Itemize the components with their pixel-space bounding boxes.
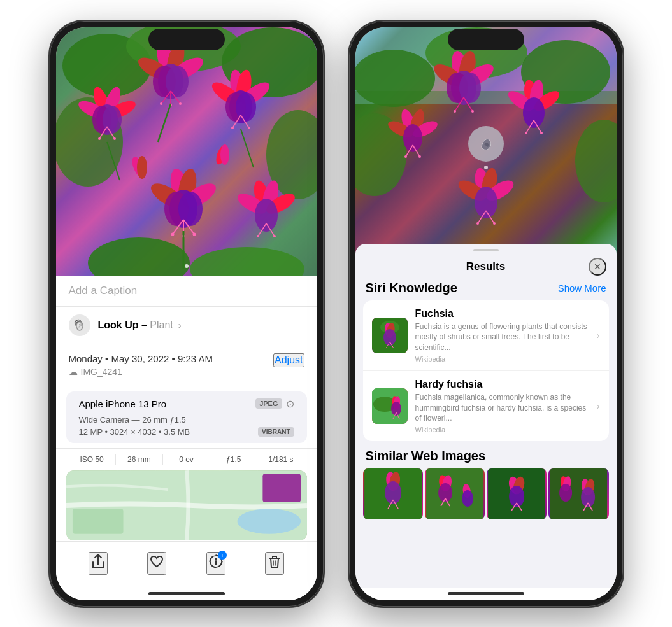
siri-knowledge-section-header: Siri Knowledge Show More [363,281,609,295]
svg-point-153 [438,483,452,502]
photo-filename: ☁ IMG_4241 [69,367,213,377]
svg-point-124 [475,187,497,218]
share-button[interactable] [89,552,108,575]
info-button[interactable]: i [206,552,225,575]
fuchsia-chevron: › [597,330,600,341]
web-image-2[interactable] [425,468,485,519]
lookup-icon [69,314,90,336]
exif-shutter: 1/181 s [257,454,304,465]
show-more-button[interactable]: Show More [558,283,606,293]
device-badges: JPEG ⊙ [255,398,294,410]
caption-field[interactable]: Add a Caption [56,276,317,307]
caption-placeholder: Add a Caption [69,285,138,297]
svg-point-161 [509,486,524,507]
phone-1: Add a Caption Look Up – Plant › [50,21,324,607]
svg-rect-78 [262,474,301,502]
map-preview[interactable] [66,470,307,540]
results-content: Siri Knowledge Show More [355,281,617,588]
svg-point-27 [236,92,256,122]
svg-point-147 [385,481,401,504]
metadata-row: Monday • May 30, 2022 • 9:23 AM ☁ IMG_42… [56,344,317,386]
web-image-3[interactable] [487,468,547,519]
camera-specs: Wide Camera — 26 mm ƒ1.5 [79,415,294,425]
photo-display [56,27,317,276]
web-images-section: Similar Web Images [363,449,609,519]
results-title: Results [383,260,589,273]
dynamic-island-2 [448,29,524,50]
photo-date: Monday • May 30, 2022 • 9:23 AM [69,353,213,364]
mp-specs: 12 MP • 3024 × 4032 • 3.5 MB VIBRANT [79,427,294,437]
lookup-chevron: › [176,320,182,330]
date-info: Monday • May 30, 2022 • 9:23 AM ☁ IMG_42… [69,353,213,377]
svg-point-109 [525,132,527,134]
svg-point-31 [248,127,250,129]
svg-point-134 [383,329,396,346]
web-images-grid [363,468,609,519]
favorite-button[interactable] [147,552,166,575]
knowledge-item-fuchsia[interactable]: Fuchsia Fuchsia is a genus of flowering … [363,300,609,371]
svg-point-68 [220,144,229,165]
info-section: Look Up – Plant › Monday • May 30, 2022 … [56,307,317,541]
toolbar: i [56,541,317,588]
jpeg-badge: JPEG [255,398,282,409]
web-image-1[interactable] [363,468,423,519]
close-button[interactable]: ✕ [589,258,606,276]
svg-point-64 [273,235,276,237]
svg-point-41 [98,137,101,140]
adjust-button[interactable]: Adjust [273,353,304,367]
siri-knowledge-title: Siri Knowledge [366,281,457,295]
exif-iso: ISO 50 [69,454,116,465]
flower-photo [56,27,317,276]
delete-button[interactable] [265,552,284,575]
fuchsia-text: Fuchsia Fuchsia is a genus of flowering … [415,308,592,363]
svg-point-60 [255,199,278,232]
svg-point-53 [171,232,174,236]
screen-1: Add a Caption Look Up – Plant › [56,27,317,600]
location-icon: ⊙ [286,398,294,410]
svg-point-30 [231,127,234,129]
home-indicator-2 [355,588,617,600]
svg-point-115 [403,124,422,152]
svg-point-141 [391,402,401,416]
svg-point-73 [185,264,189,268]
device-name: Apple iPhone 13 Pro [79,398,167,409]
hardy-fuchsia-name: Hardy fuchsia [415,379,592,390]
lookup-text-bold: Look Up – [98,320,147,330]
svg-point-54 [192,232,196,236]
svg-point-101 [471,110,474,113]
fuchsia-source: Wikipedia [415,355,592,363]
svg-point-119 [418,155,421,158]
hardy-fuchsia-source: Wikipedia [415,426,592,433]
knowledge-item-hardy-fuchsia[interactable]: Hardy fuchsia Fuchsia magellanica, commo… [363,371,609,441]
exif-focal: 26 mm [116,454,163,465]
svg-point-128 [493,222,496,225]
svg-point-100 [454,110,456,113]
hardy-fuchsia-text: Hardy fuchsia Fuchsia magellanica, commo… [415,379,592,433]
cloud-icon: ☁ [69,367,78,377]
results-header: Results ✕ [355,251,617,281]
vibrant-badge: VIBRANT [258,427,294,437]
lookup-label: Look Up – Plant › [98,320,182,331]
knowledge-card: Fuchsia Fuchsia is a genus of flowering … [363,300,609,442]
svg-point-167 [559,484,572,502]
svg-point-127 [476,222,479,225]
siri-visual-search-icon [468,126,504,162]
phone-2: Results ✕ Siri Knowledge Show More [349,21,623,607]
home-bar [148,592,225,595]
web-image-4[interactable] [548,468,608,519]
home-bar-2 [448,592,524,595]
svg-point-106 [523,97,545,128]
hardy-fuchsia-description: Fuchsia magellanica, commonly known as t… [415,392,592,424]
hardy-fuchsia-thumbnail [372,388,408,424]
home-indicator-1 [56,588,317,600]
lookup-row[interactable]: Look Up – Plant › [56,307,317,344]
device-section: Apple iPhone 13 Pro JPEG ⊙ Wide Camera —… [66,391,307,443]
siri-dot [484,166,488,169]
web-images-title: Similar Web Images [363,449,609,463]
exif-ev: 0 ev [163,454,210,465]
svg-point-19 [179,102,182,105]
hardy-fuchsia-chevron: › [597,401,600,411]
svg-point-63 [257,235,259,237]
svg-rect-77 [72,508,123,533]
fuchsia-name: Fuchsia [415,308,592,320]
